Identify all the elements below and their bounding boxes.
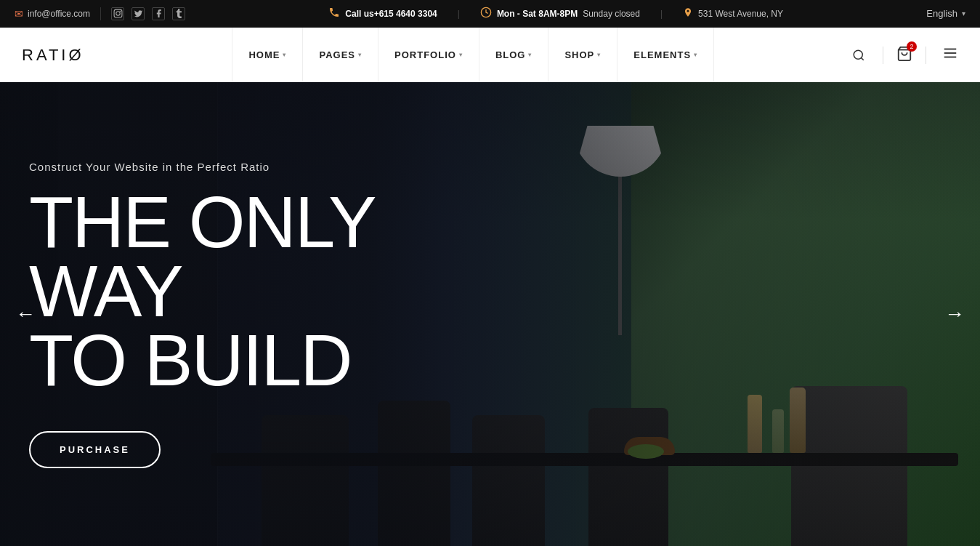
hero-content: Construct Your Website in the Perfect Ra… (22, 82, 530, 546)
cart-button[interactable]: 2 (896, 46, 912, 65)
language-chevron: ▾ (962, 9, 965, 17)
language-label: English (926, 8, 957, 19)
shop-chevron: ▾ (597, 52, 601, 58)
nav-shop-label: SHOP (564, 49, 594, 60)
language-selector[interactable]: English ▾ (926, 8, 965, 19)
top-bar: ✉ info@office.com Call us+615 4640 3304 (0, 0, 980, 28)
email-info: ✉ info@office.com (15, 8, 90, 20)
email-address: info@office.com (28, 9, 90, 19)
nav-divider-2 (926, 47, 926, 64)
nav-portfolio-label: PORTFOLIO (394, 49, 456, 60)
hero-title-line2: TO BUILD (29, 319, 351, 401)
nav-portfolio[interactable]: PORTFOLIO ▾ (378, 28, 479, 82)
hero-title: THE ONLY WAY TO BUILD (29, 188, 530, 395)
nav-shop[interactable]: SHOP ▾ (548, 28, 617, 82)
top-bar-left: ✉ info@office.com (15, 7, 185, 20)
call-info: Call us+615 4640 3304 (328, 7, 437, 20)
svg-point-1 (116, 12, 119, 15)
portfolio-chevron: ▾ (459, 52, 463, 58)
call-label: Call us+615 4640 3304 (345, 9, 437, 19)
home-chevron: ▾ (283, 52, 286, 58)
svg-point-4 (854, 50, 862, 59)
twitter-icon[interactable] (131, 7, 145, 20)
left-arrow-icon: ← (15, 302, 36, 326)
call-icon (328, 7, 340, 20)
svg-line-5 (861, 57, 863, 60)
right-arrow-icon: → (944, 302, 965, 326)
hours-sub: Sunday closed (583, 9, 640, 19)
facebook-icon[interactable] (152, 7, 165, 20)
social-icons (100, 7, 185, 20)
purchase-button[interactable]: PURCHASE (29, 431, 161, 468)
nav-elements[interactable]: ELEMENTS ▾ (617, 28, 714, 82)
pages-chevron: ▾ (358, 52, 362, 58)
search-button[interactable] (848, 44, 870, 66)
navbar: RATIØ HOME ▾ PAGES ▾ PORTFOLIO ▾ BLOG ▾ … (0, 28, 980, 82)
logo[interactable]: RATIØ (22, 46, 84, 65)
clock-icon (480, 7, 492, 20)
nav-pages-label: PAGES (319, 49, 355, 60)
hero-section: Construct Your Website in the Perfect Ra… (0, 82, 980, 546)
elements-chevron: ▾ (694, 52, 697, 58)
hero-title-line1: THE ONLY WAY (29, 181, 374, 332)
nav-blog-label: BLOG (495, 49, 526, 60)
nav-elements-label: ELEMENTS (633, 49, 691, 60)
nav-pages[interactable]: PAGES ▾ (303, 28, 378, 82)
nav-home[interactable]: HOME ▾ (232, 28, 303, 82)
mail-icon: ✉ (15, 8, 23, 20)
hours-bold: Mon - Sat 8AM-8PM (497, 9, 578, 19)
instagram-icon[interactable] (111, 7, 124, 20)
svg-rect-0 (114, 9, 122, 17)
pin-icon (683, 7, 693, 20)
hero-prev-arrow[interactable]: ← (7, 296, 44, 332)
nav-home-label: HOME (248, 49, 280, 60)
hero-subtitle: Construct Your Website in the Perfect Ra… (29, 161, 530, 173)
hours-info: Mon - Sat 8AM-8PM Sunday closed (480, 7, 640, 20)
nav-divider-1 (883, 47, 883, 64)
nav-blog[interactable]: BLOG ▾ (479, 28, 549, 82)
cart-badge: 2 (907, 41, 917, 52)
top-bar-center: Call us+615 4640 3304 | Mon - Sat 8AM-8P… (328, 7, 783, 20)
svg-point-2 (119, 11, 121, 12)
tumblr-icon[interactable] (172, 7, 185, 20)
nav-links: HOME ▾ PAGES ▾ PORTFOLIO ▾ BLOG ▾ SHOP ▾… (113, 28, 833, 82)
blog-chevron: ▾ (528, 52, 532, 58)
hamburger-menu[interactable] (942, 45, 958, 65)
nav-actions: 2 (848, 44, 958, 66)
separator-2: | (660, 9, 663, 19)
address-info: 531 West Avenue, NY (683, 7, 783, 20)
separator-1: | (458, 9, 460, 19)
address-text: 531 West Avenue, NY (698, 9, 783, 19)
hero-next-arrow[interactable]: → (936, 296, 973, 332)
